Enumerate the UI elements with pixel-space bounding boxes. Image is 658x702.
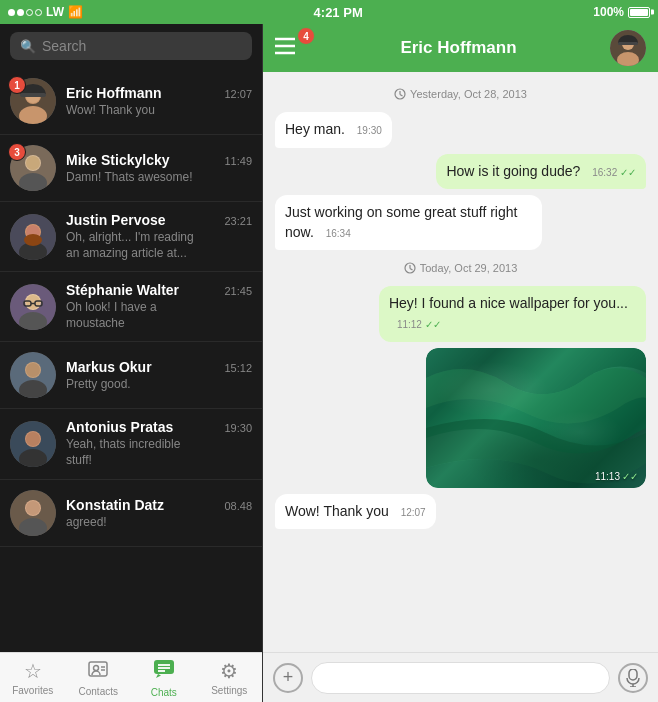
svg-rect-37	[154, 660, 174, 674]
battery-icon	[628, 7, 650, 18]
img-time-text: 11:13	[595, 471, 620, 482]
chat-name-row-stephanie: Stéphanie Walter 21:45	[66, 282, 252, 298]
chat-name-row-justin: Justin Pervose 23:21	[66, 212, 252, 228]
chat-name-row-antonius: Antonius Pratas 19:30	[66, 419, 252, 435]
svg-rect-54	[629, 669, 637, 680]
search-placeholder: Search	[42, 38, 86, 54]
messages-area: Yesterday, Oct 28, 2013 Hey man. 19:30 H…	[263, 72, 658, 652]
header-avatar[interactable]	[610, 30, 646, 66]
dot1	[8, 9, 15, 16]
tab-contacts[interactable]: Contacts	[66, 653, 132, 702]
avatar-wrapper-konstatin	[10, 490, 56, 536]
chat-item-markus[interactable]: Markus Okur 15:12 Pretty good.	[0, 342, 262, 409]
msg-time-just-working: 16:34	[326, 228, 351, 239]
chat-item-mike[interactable]: 3 Mike Stickylcky 11:49 Damn! Thats awes…	[0, 135, 262, 202]
svg-rect-4	[20, 93, 46, 97]
chat-time-stephanie: 21:45	[224, 285, 252, 297]
chat-item-konstatin[interactable]: Konstatin Datz 08.48 agreed!	[0, 480, 262, 547]
date-text-yesterday: Yesterday, Oct 28, 2013	[410, 88, 527, 100]
chat-input-bar: +	[263, 652, 658, 702]
avatar-wrapper-mike: 3	[10, 145, 56, 191]
chat-info-konstatin: Konstatin Datz 08.48 agreed!	[66, 497, 252, 529]
message-input[interactable]	[311, 662, 610, 694]
search-input-wrapper[interactable]: 🔍 Search	[10, 32, 252, 60]
msg-text-how-is-it: How is it going dude?	[446, 163, 580, 179]
msg-check-how-is-it: ✓✓	[620, 167, 636, 178]
star-icon: ☆	[24, 659, 42, 683]
msg-time-how-is-it: 16:32 ✓✓	[592, 167, 636, 178]
chat-header: 4 Eric Hoffmann	[263, 24, 658, 72]
tab-chats[interactable]: Chats	[131, 653, 197, 702]
msg-just-working: Just working on some great stuff right n…	[275, 195, 542, 250]
chat-info-markus: Markus Okur 15:12 Pretty good.	[66, 359, 252, 391]
chat-preview-eric: Wow! Thank you	[66, 103, 252, 117]
chat-preview-justin: Oh, alright... I'm readingan amazing art…	[66, 230, 252, 261]
svg-point-32	[26, 501, 40, 515]
avatar-antonius	[10, 421, 56, 467]
tab-contacts-label: Contacts	[79, 686, 118, 697]
date-separator-today: Today, Oct 29, 2013	[275, 262, 646, 274]
chat-name-stephanie: Stéphanie Walter	[66, 282, 179, 298]
chat-name-eric: Eric Hoffmann	[66, 85, 162, 101]
add-button[interactable]: +	[273, 663, 303, 693]
chat-name-row-eric: Eric Hoffmann 12:07	[66, 85, 252, 101]
left-panel: 🔍 Search	[0, 24, 263, 702]
msg-image-content: 11:13 ✓✓	[426, 348, 646, 488]
chat-name-konstatin: Konstatin Datz	[66, 497, 164, 513]
mic-icon	[626, 669, 640, 687]
msg-image-bubble: 11:13 ✓✓	[426, 348, 646, 488]
chat-header-title: Eric Hoffmann	[307, 38, 610, 58]
wifi-icon: 📶	[68, 5, 83, 19]
avatar-stephanie	[10, 284, 56, 330]
chat-name-row-konstatin: Konstatin Datz 08.48	[66, 497, 252, 513]
chat-name-justin: Justin Pervose	[66, 212, 166, 228]
avatar-wrapper-stephanie	[10, 284, 56, 330]
svg-point-34	[94, 665, 99, 670]
badge-mike: 3	[8, 143, 26, 161]
menu-btn-wrapper[interactable]: 4	[275, 35, 307, 61]
dot2	[17, 9, 24, 16]
status-time: 4:21 PM	[314, 5, 363, 20]
avatar-wrapper-justin	[10, 214, 56, 260]
chat-name-row-markus: Markus Okur 15:12	[66, 359, 252, 375]
avatar-justin	[10, 214, 56, 260]
chat-item-stephanie[interactable]: Stéphanie Walter 21:45 Oh look! I have a…	[0, 272, 262, 342]
msg-wallpaper-text: Hey! I found a nice wallpaper for you...…	[379, 286, 646, 341]
img-check: ✓✓	[622, 471, 638, 482]
svg-point-17	[26, 295, 40, 309]
chat-name-mike: Mike Stickylcky	[66, 152, 170, 168]
dot3	[26, 9, 33, 16]
msg-time-wallpaper: 11:12 ✓✓	[397, 319, 441, 330]
chat-item-antonius[interactable]: Antonius Pratas 19:30 Yeah, thats incred…	[0, 409, 262, 479]
tab-settings[interactable]: ⚙ Settings	[197, 653, 263, 702]
date-separator-yesterday: Yesterday, Oct 28, 2013	[275, 88, 646, 100]
tab-bar: ☆ Favorites Contacts	[0, 652, 262, 702]
svg-point-13	[24, 234, 42, 246]
badge-eric: 1	[8, 76, 26, 94]
msg-time-hey-man: 19:30	[357, 125, 382, 136]
img-time-overlay: 11:13 ✓✓	[595, 471, 638, 482]
msg-text-wow: Wow! Thank you	[285, 503, 389, 519]
tab-favorites[interactable]: ☆ Favorites	[0, 653, 66, 702]
chat-time-konstatin: 08.48	[224, 500, 252, 512]
chat-item-eric[interactable]: 1 Eric Hoffmann 12:07 Wow! Thank you	[0, 68, 262, 135]
wallpaper-svg	[426, 348, 646, 488]
chat-info-mike: Mike Stickylcky 11:49 Damn! Thats awesom…	[66, 152, 252, 184]
chat-preview-antonius: Yeah, thats incrediblestuff!	[66, 437, 252, 468]
battery-label: 100%	[593, 5, 624, 19]
tab-chats-label: Chats	[151, 687, 177, 698]
chat-time-mike: 11:49	[224, 155, 252, 167]
svg-rect-47	[618, 42, 638, 45]
status-right: 100%	[593, 5, 650, 19]
mic-button[interactable]	[618, 663, 648, 693]
msg-text-wallpaper: Hey! I found a nice wallpaper for you...	[389, 295, 628, 311]
chat-item-justin[interactable]: Justin Pervose 23:21 Oh, alright... I'm …	[0, 202, 262, 272]
chat-preview-markus: Pretty good.	[66, 377, 252, 391]
msg-text-hey-man: Hey man.	[285, 121, 345, 137]
carrier-label: LW	[46, 5, 64, 19]
svg-point-24	[26, 363, 40, 377]
signal-dots	[8, 9, 42, 16]
chat-time-eric: 12:07	[224, 88, 252, 100]
msg-text-just-working: Just working on some great stuff right n…	[285, 204, 517, 240]
chat-info-antonius: Antonius Pratas 19:30 Yeah, thats incred…	[66, 419, 252, 468]
